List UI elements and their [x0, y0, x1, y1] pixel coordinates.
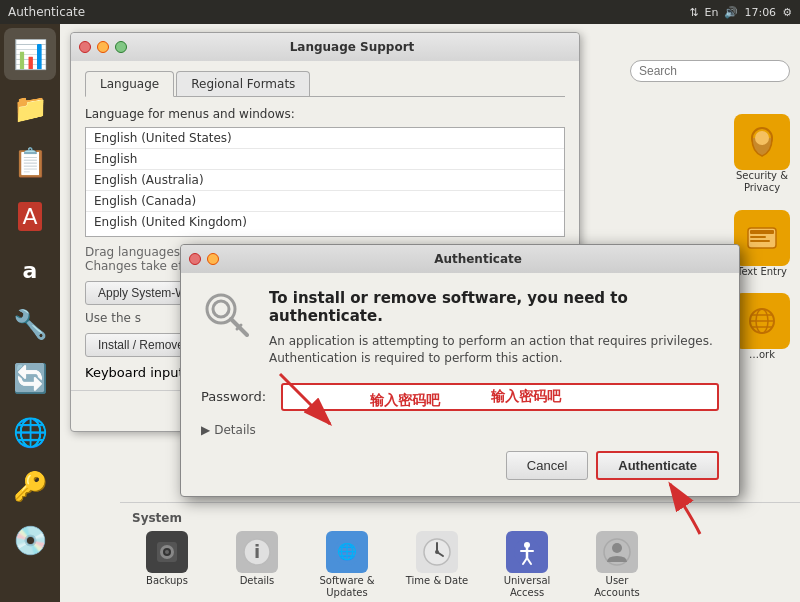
presentation-icon: 📋	[13, 146, 48, 179]
authenticate-button[interactable]: Authenticate	[596, 451, 719, 480]
browser-icon: 🌐	[13, 416, 48, 449]
details-label: Details	[240, 575, 275, 587]
auth-heading: To install or remove software, you need …	[269, 289, 719, 325]
amazon-icon: a	[23, 258, 38, 283]
user-accounts-icon-item[interactable]: UserAccounts	[582, 531, 652, 599]
list-item[interactable]: English	[86, 149, 564, 170]
text-entry-icon	[734, 210, 790, 266]
details-icon: i	[236, 531, 278, 573]
time-date-icon-item[interactable]: Time & Date	[402, 531, 472, 587]
security-privacy-icon-item[interactable]: Security &Privacy	[734, 114, 790, 194]
svg-point-14	[165, 550, 169, 554]
list-item[interactable]: English (United States)	[86, 128, 564, 149]
svg-rect-5	[750, 240, 770, 242]
software-updates-icon: 🌐	[326, 531, 368, 573]
universal-access-label: UniversalAccess	[504, 575, 551, 599]
auth-titlebar: Authenticate	[181, 245, 739, 273]
authenticate-dialog: Authenticate To install or remove softwa…	[180, 244, 740, 497]
svg-rect-3	[750, 230, 774, 234]
sidebar-item-software-center[interactable]: 🔄	[4, 352, 56, 404]
svg-text:🌐: 🌐	[337, 542, 357, 561]
svg-point-1	[755, 131, 769, 145]
sidebar-item-amazon[interactable]: a	[4, 244, 56, 296]
close-button[interactable]	[79, 41, 91, 53]
search-input[interactable]	[630, 60, 790, 82]
details-icon-item[interactable]: i Details	[222, 531, 292, 587]
svg-rect-4	[750, 236, 766, 238]
tools-icon: 🔧	[13, 308, 48, 341]
sidebar-item-tools[interactable]: 🔧	[4, 298, 56, 350]
main-area: Language Support Language Regional Forma…	[60, 24, 800, 602]
time-date-label: Time & Date	[406, 575, 469, 587]
auth-min-button[interactable]	[207, 253, 219, 265]
backups-icon-item[interactable]: Backups	[132, 531, 202, 587]
text-editor-icon: A	[18, 202, 41, 231]
dvd-icon: 💿	[13, 524, 48, 557]
window-title: Authenticate	[8, 5, 689, 19]
lang-indicator[interactable]: En	[705, 6, 719, 19]
auth-buttons: Cancel Authenticate	[201, 451, 719, 480]
top-bar-icons: ⇅ En 🔊 17:06 ⚙	[689, 6, 792, 19]
backups-label: Backups	[146, 575, 188, 587]
list-item[interactable]: English (Canada)	[86, 191, 564, 212]
sidebar-item-presentation[interactable]: 📋	[4, 136, 56, 188]
system-section: System Backups i	[120, 502, 800, 602]
system-label: System	[132, 511, 788, 525]
maximize-button[interactable]	[115, 41, 127, 53]
network-icon	[734, 293, 790, 349]
sidebar-item-dvd[interactable]: 💿	[4, 514, 56, 566]
software-center-icon: 🔄	[13, 362, 48, 395]
text-entry-icon-item[interactable]: Text Entry	[734, 210, 790, 277]
top-bar: Authenticate ⇅ En 🔊 17:06 ⚙	[0, 0, 800, 24]
search-bar	[630, 60, 790, 82]
sidebar-item-spreadsheet[interactable]: 📊	[4, 28, 56, 80]
sidebar-item-keys[interactable]: 🔑	[4, 460, 56, 512]
security-label: Security &Privacy	[736, 170, 788, 194]
spreadsheet-icon: 📊	[13, 38, 48, 71]
auth-description: An application is attempting to perform …	[269, 333, 719, 367]
svg-point-32	[213, 301, 229, 317]
auth-key-icon	[201, 289, 253, 352]
sidebar: 📊 📁 📋 A a 🔧 🔄 🌐 🔑 💿	[0, 24, 60, 602]
details-label: Details	[214, 423, 256, 437]
password-label: Password:	[201, 389, 271, 404]
svg-point-22	[435, 550, 439, 554]
lang-tabs: Language Regional Formats	[85, 71, 565, 97]
text-entry-label: Text Entry	[737, 266, 787, 277]
universal-access-icon	[506, 531, 548, 573]
svg-text:i: i	[254, 541, 260, 562]
right-panel: Security &Privacy Text Entry	[734, 114, 790, 360]
backups-icon	[146, 531, 188, 573]
network-icon-item[interactable]: …ork	[734, 293, 790, 360]
sidebar-item-browser[interactable]: 🌐	[4, 406, 56, 458]
volume-icon[interactable]: 🔊	[724, 6, 738, 19]
time-display: 17:06	[744, 6, 776, 19]
user-accounts-label: UserAccounts	[594, 575, 640, 599]
auth-header: To install or remove software, you need …	[201, 289, 719, 367]
keys-icon: 🔑	[13, 470, 48, 503]
tab-language[interactable]: Language	[85, 71, 174, 97]
lang-titlebar: Language Support	[71, 33, 579, 61]
settings-icon[interactable]: ⚙	[782, 6, 792, 19]
universal-access-icon-item[interactable]: UniversalAccess	[492, 531, 562, 599]
list-item[interactable]: English (United Kingdom)	[86, 212, 564, 232]
software-updates-icon-item[interactable]: 🌐 Software &Updates	[312, 531, 382, 599]
sidebar-item-file-manager[interactable]: 📁	[4, 82, 56, 134]
lang-for-menus-label: Language for menus and windows:	[85, 107, 565, 121]
network-label: …ork	[749, 349, 775, 360]
security-icon	[734, 114, 790, 170]
minimize-button[interactable]	[97, 41, 109, 53]
language-list[interactable]: English (United States) English English …	[85, 127, 565, 237]
file-manager-icon: 📁	[13, 92, 48, 125]
sort-icon: ⇅	[689, 6, 698, 19]
list-item[interactable]: English (Australia)	[86, 170, 564, 191]
auth-close-button[interactable]	[189, 253, 201, 265]
auth-text-block: To install or remove software, you need …	[269, 289, 719, 367]
sidebar-item-text-editor[interactable]: A	[4, 190, 56, 242]
cancel-button[interactable]: Cancel	[506, 451, 588, 480]
tab-regional[interactable]: Regional Formats	[176, 71, 310, 96]
software-updates-label: Software &Updates	[319, 575, 374, 599]
details-toggle[interactable]: ▶ Details	[201, 423, 719, 437]
time-date-icon	[416, 531, 458, 573]
user-accounts-icon	[596, 531, 638, 573]
